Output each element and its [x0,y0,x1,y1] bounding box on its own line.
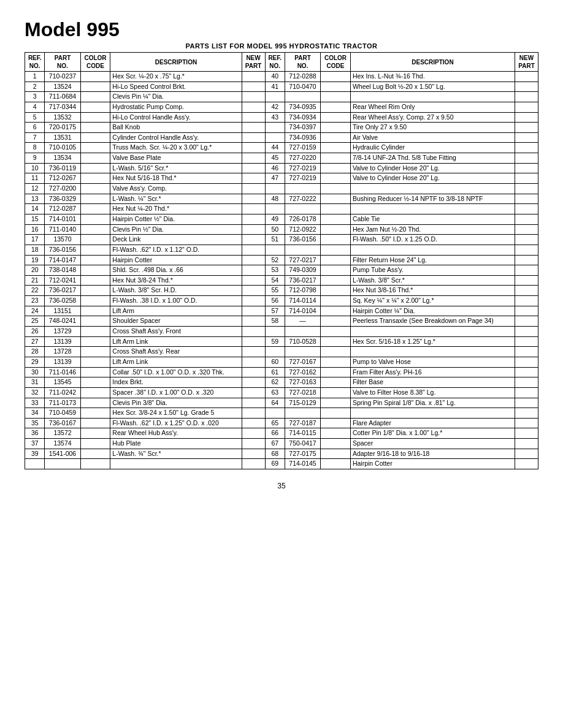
table-row: 30711-0146Collar .50" I.D. x 1.00" O.D. … [25,367,538,377]
table-row: 19714-0147Hairpin Cotter52727-0217Filter… [25,255,538,265]
table-row: 15714-0101Hairpin Cotter ½" Dia.49726-01… [25,214,538,224]
header-new-part: NEWPART [242,53,265,72]
table-row: 1713570Deck Link51736-0156Fl-Wash. .50" … [25,235,538,245]
table-row: 21712-0241Hex Nut 3/8-24 Thd.*54736-0217… [25,275,538,286]
table-row: 8710-0105Truss Mach. Scr. ¼-20 x 3.00" L… [25,143,538,153]
parts-list-subtitle: PARTS LIST FOR MODEL 995 HYDROSTATIC TRA… [25,42,538,50]
table-row: 11712-0267Hex Nut 5/16-18 Thd.*47727-021… [25,173,538,184]
table-row: 4717-0344Hydrostatic Pump Comp.42734-093… [25,102,538,112]
header-part-no2: PARTNO. [285,53,320,72]
table-row: 69714-0145Hairpin Cotter [25,459,538,469]
table-row: 23736-0258Fl-Wash. .38 I.D. x 1.00" O.D.… [25,296,538,306]
table-row: 10736-0119L-Wash. 5/16" Scr.*46727-0219V… [25,163,538,173]
parts-table: REF.NO. PARTNO. COLORCODE DESCRIPTION NE… [25,52,538,469]
header-new-part2: NEWPART [515,53,538,72]
model-title: Model 995 [25,18,538,41]
table-row: 34710-0459Hex Scr. 3/8-24 x 1.50" Lg. Gr… [25,408,538,419]
header-color-code2: COLORCODE [321,53,351,72]
table-row: 3613572Rear Wheel Hub Ass'y.66714-0115Co… [25,428,538,439]
table-row: 14712-0287Hex Nut ¼-20 Thd.* [25,204,538,214]
table-row: 3113545Index Brkt.62727-0163Filter Base [25,377,538,388]
table-row: 13736-0329L-Wash. ¼" Scr.*48727-0222Bush… [25,194,538,204]
table-row: 12727-0200Valve Ass'y. Comp. [25,184,538,194]
table-row: 25748-0241Shoulder Spacer58—Peerless Tra… [25,316,538,327]
table-row: 213524Hi-Lo Speed Control Brkt.41710-047… [25,82,538,92]
table-row: 3713574Hub Plate67750-0417Spacer [25,439,538,449]
table-row: 713531Cylinder Control Handle Ass'y.734-… [25,132,538,143]
header-part-no: PARTNO. [45,53,80,72]
table-row: 20738-0148Shld. Scr. .498 Dia. x .665374… [25,265,538,276]
table-row: 22736-0217L-Wash. 3/8" Scr. H.D.55712-07… [25,286,538,296]
header-description: DESCRIPTION [110,53,242,72]
table-row: 3711-0684Clevis Pin ¼" Dia. [25,92,538,102]
table-row: 2413151Lift Arm57714-0104Hairpin Cotter … [25,306,538,316]
table-row: 6720-0175Ball Knob734-0397Tire Only 27 x… [25,123,538,133]
table-row: 32711-0242Spacer .38" I.D. x 1.00" O.D. … [25,387,538,398]
header-description2: DESCRIPTION [350,53,515,72]
table-row: 2613729Cross Shaft Ass'y. Front [25,327,538,337]
table-row: 2713139Lift Arm Link59710-0528Hex Scr. 5… [25,336,538,347]
table-row: 1710-0237Hex Scr. ¼-20 x .75" Lg.*40712-… [25,72,538,82]
table-row: 35736-0167Fl-Wash. .62" I.D. x 1.25" O.D… [25,418,538,428]
table-row: 2913139Lift Arm Link60727-0167Pump to Va… [25,357,538,367]
header-ref-no: REF.NO. [25,53,45,72]
table-row: 16711-0140Clevis Pin ½" Dia.50712-0922He… [25,224,538,235]
table-row: 513532Hi-Lo Control Handle Ass'y.43734-0… [25,112,538,123]
table-row: 18736-0156Fl-Wash. .62" I.D. x 1.12" O.D… [25,245,538,255]
page-number: 35 [25,482,538,490]
table-row: 913534Valve Base Plate45727-02207/8-14 U… [25,153,538,164]
table-row: 33711-0173Clevis Pin 3/8" Dia.64715-0129… [25,398,538,408]
header-ref-no2: REF.NO. [265,53,285,72]
table-row: 391541-006L-Wash. ¾" Scr.*68727-0175Adap… [25,449,538,459]
table-row: 2813728Cross Shaft Ass'y. Rear [25,347,538,357]
header-color-code: COLORCODE [80,53,110,72]
